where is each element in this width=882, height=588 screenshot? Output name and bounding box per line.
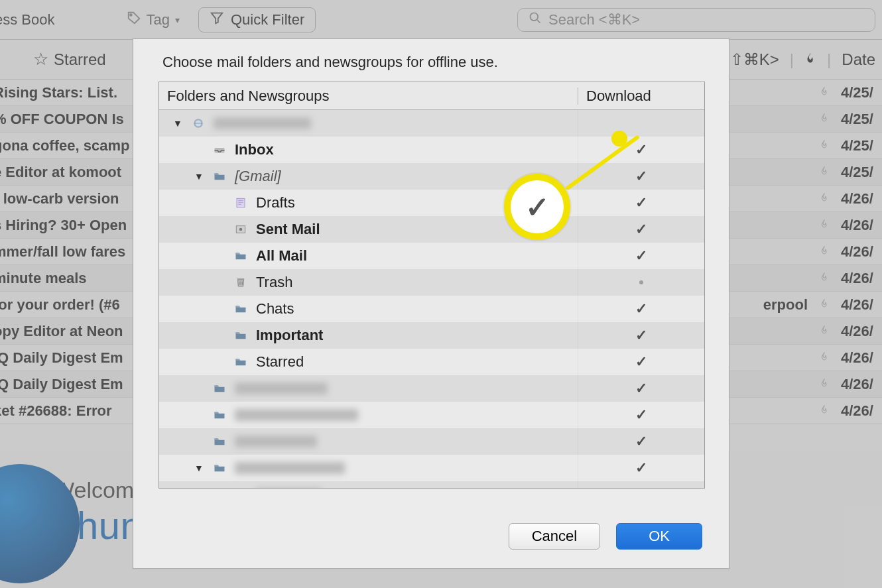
offline-folders-dialog: Choose mail folders and newsgroups for o…	[133, 38, 729, 569]
folder-row[interactable]: ✓	[159, 375, 704, 402]
checkmark-icon: ✓	[635, 141, 647, 158]
folder-row[interactable]: ▼[Gmail]✓	[159, 163, 704, 190]
download-toggle[interactable]: ✓	[578, 194, 704, 211]
folder-label: Sent Mail	[256, 221, 320, 238]
download-toggle[interactable]: ✓	[578, 433, 704, 450]
ok-button[interactable]: OK	[616, 523, 702, 550]
folder-icon	[211, 434, 228, 449]
folder-row[interactable]: ✓	[159, 481, 704, 488]
tree-header: Folders and Newsgroups Download	[159, 82, 704, 110]
download-toggle[interactable]: ✓	[578, 141, 704, 158]
checkmark-icon: ✓	[635, 353, 647, 371]
header-download[interactable]: Download	[578, 88, 704, 105]
folder-label: Important	[256, 327, 323, 344]
folder-label	[235, 382, 328, 394]
checkmark-icon: ✓	[635, 486, 647, 488]
svg-rect-5	[237, 198, 245, 207]
download-toggle[interactable]: ✓	[578, 486, 704, 488]
disclosure-triangle-icon[interactable]: ▼	[194, 463, 204, 473]
folder-label: Drafts	[256, 194, 295, 211]
checkmark-icon: ✓	[635, 221, 647, 238]
checkmark-icon: ✓	[635, 300, 647, 318]
download-toggle[interactable]	[578, 280, 704, 284]
download-toggle[interactable]: ✓	[578, 221, 704, 238]
checkmark-icon: ✓	[635, 327, 647, 344]
checkmark-icon: ✓	[635, 168, 647, 185]
folder-row[interactable]: Starred✓	[159, 349, 704, 375]
folder-row[interactable]: Chats✓	[159, 296, 704, 322]
folder-label: Starred	[256, 353, 304, 371]
folder-icon	[232, 328, 249, 343]
svg-point-7	[239, 228, 243, 231]
checkmark-icon: ✓	[635, 380, 647, 397]
checkmark-icon: ✓	[635, 194, 647, 211]
checkmark-icon: ✓	[635, 459, 647, 477]
checkmark-icon: ✓	[635, 433, 647, 450]
download-toggle[interactable]: ✓	[578, 380, 704, 397]
folder-icon	[232, 355, 249, 369]
svg-rect-8	[237, 278, 245, 280]
folder-icon	[211, 461, 228, 475]
folder-row[interactable]: All Mail✓	[159, 243, 704, 269]
download-toggle[interactable]: ✓	[578, 327, 704, 344]
checkmark-icon: ✓	[635, 406, 647, 424]
inbox-icon	[211, 143, 228, 157]
download-toggle[interactable]: ✓	[578, 168, 704, 185]
folder-row[interactable]: Trash	[159, 269, 704, 296]
folder-label	[214, 117, 311, 129]
folder-label	[235, 436, 317, 447]
annotation-highlight-circle: ✓	[504, 174, 570, 240]
folder-label: All Mail	[256, 247, 307, 265]
sent-icon	[232, 222, 249, 237]
folder-row[interactable]: ✓	[159, 428, 704, 455]
folder-icon	[232, 487, 249, 488]
checkmark-icon: ✓	[525, 190, 550, 224]
disclosure-triangle-icon[interactable]: ▼	[194, 171, 204, 182]
folder-label: Chats	[256, 300, 294, 318]
folder-label	[235, 462, 345, 474]
folder-icon	[232, 302, 249, 316]
header-folders[interactable]: Folders and Newsgroups	[159, 88, 578, 105]
folder-row[interactable]: ✓	[159, 402, 704, 428]
folder-label: [Gmail]	[235, 168, 281, 185]
folder-row[interactable]: ▼ ✓	[159, 455, 704, 481]
trash-icon	[232, 275, 249, 290]
account-icon	[190, 116, 207, 131]
dot-icon	[639, 280, 643, 284]
folder-icon	[211, 408, 228, 422]
download-toggle[interactable]: ✓	[578, 247, 704, 265]
folder-row[interactable]: Sent Mail✓	[159, 216, 704, 243]
drafts-icon	[232, 196, 249, 210]
folder-icon	[232, 249, 249, 263]
folder-icon	[211, 169, 228, 184]
checkmark-icon: ✓	[635, 247, 647, 265]
folder-icon	[211, 381, 228, 396]
folder-row[interactable]: Drafts✓	[159, 190, 704, 216]
download-toggle[interactable]: ✓	[578, 300, 704, 318]
dialog-instruction: Choose mail folders and newsgroups for o…	[133, 39, 729, 80]
disclosure-triangle-icon[interactable]: ▼	[172, 118, 183, 129]
folder-label: Inbox	[235, 141, 274, 158]
folder-label: Trash	[256, 274, 292, 291]
folder-row[interactable]: Important✓	[159, 322, 704, 349]
download-toggle[interactable]: ✓	[578, 406, 704, 424]
download-toggle[interactable]: ✓	[578, 459, 704, 477]
cancel-button[interactable]: Cancel	[509, 523, 600, 550]
download-toggle[interactable]: ✓	[578, 353, 704, 371]
folder-label	[235, 409, 358, 421]
